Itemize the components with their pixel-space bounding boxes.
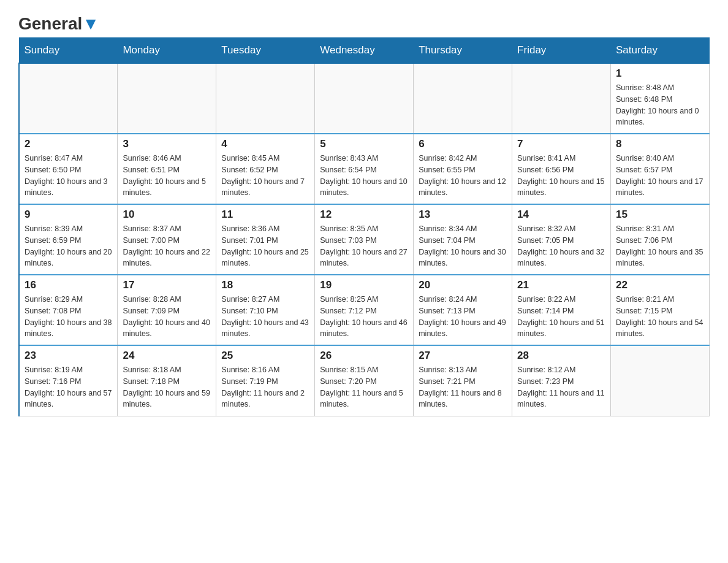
col-header-saturday: Saturday (611, 38, 710, 64)
calendar-cell: 26Sunrise: 8:15 AMSunset: 7:20 PMDayligh… (315, 345, 414, 416)
week-row-3: 9Sunrise: 8:39 AMSunset: 6:59 PMDaylight… (19, 204, 710, 275)
calendar-cell (414, 63, 512, 134)
day-info: Sunrise: 8:48 AMSunset: 6:48 PMDaylight:… (616, 82, 704, 128)
day-number: 17 (123, 279, 211, 291)
page-header: General▼ (18, 12, 710, 31)
day-info: Sunrise: 8:12 AMSunset: 7:23 PMDaylight:… (517, 364, 605, 410)
day-number: 15 (616, 209, 704, 221)
calendar-table: SundayMondayTuesdayWednesdayThursdayFrid… (18, 37, 710, 416)
day-number: 16 (25, 279, 112, 291)
calendar-cell: 16Sunrise: 8:29 AMSunset: 7:08 PMDayligh… (19, 275, 118, 345)
day-info: Sunrise: 8:15 AMSunset: 7:20 PMDaylight:… (320, 364, 408, 410)
calendar-cell: 22Sunrise: 8:21 AMSunset: 7:15 PMDayligh… (611, 275, 710, 345)
day-number: 2 (25, 138, 112, 150)
day-info: Sunrise: 8:42 AMSunset: 6:55 PMDaylight:… (419, 153, 507, 199)
day-info: Sunrise: 8:35 AMSunset: 7:03 PMDaylight:… (320, 223, 408, 269)
calendar-cell: 8Sunrise: 8:40 AMSunset: 6:57 PMDaylight… (611, 134, 710, 204)
day-number: 23 (25, 350, 112, 362)
day-info: Sunrise: 8:37 AMSunset: 7:00 PMDaylight:… (123, 223, 211, 269)
day-info: Sunrise: 8:13 AMSunset: 7:21 PMDaylight:… (419, 364, 507, 410)
calendar-cell: 23Sunrise: 8:19 AMSunset: 7:16 PMDayligh… (19, 345, 118, 416)
calendar-cell: 1Sunrise: 8:48 AMSunset: 6:48 PMDaylight… (611, 63, 710, 134)
day-number: 21 (517, 279, 605, 291)
day-info: Sunrise: 8:29 AMSunset: 7:08 PMDaylight:… (25, 294, 112, 340)
calendar-cell (315, 63, 414, 134)
calendar-cell (611, 345, 710, 416)
calendar-cell: 5Sunrise: 8:43 AMSunset: 6:54 PMDaylight… (315, 134, 414, 204)
day-number: 9 (25, 209, 112, 221)
day-number: 12 (320, 209, 408, 221)
day-info: Sunrise: 8:36 AMSunset: 7:01 PMDaylight:… (221, 223, 309, 269)
day-info: Sunrise: 8:19 AMSunset: 7:16 PMDaylight:… (25, 364, 112, 410)
calendar-cell: 15Sunrise: 8:31 AMSunset: 7:06 PMDayligh… (611, 204, 710, 275)
calendar-cell (19, 63, 118, 134)
day-number: 7 (517, 138, 605, 150)
day-number: 6 (419, 138, 507, 150)
day-number: 4 (221, 138, 309, 150)
week-row-2: 2Sunrise: 8:47 AMSunset: 6:50 PMDaylight… (19, 134, 710, 204)
day-info: Sunrise: 8:40 AMSunset: 6:57 PMDaylight:… (616, 153, 704, 199)
day-number: 27 (419, 350, 507, 362)
day-number: 18 (221, 279, 309, 291)
day-info: Sunrise: 8:18 AMSunset: 7:18 PMDaylight:… (123, 364, 211, 410)
day-info: Sunrise: 8:22 AMSunset: 7:14 PMDaylight:… (517, 294, 605, 340)
day-info: Sunrise: 8:34 AMSunset: 7:04 PMDaylight:… (419, 223, 507, 269)
col-header-friday: Friday (512, 38, 611, 64)
logo: General▼ (18, 12, 99, 31)
day-number: 13 (419, 209, 507, 221)
col-header-tuesday: Tuesday (216, 38, 315, 64)
day-number: 14 (517, 209, 605, 221)
calendar-cell: 6Sunrise: 8:42 AMSunset: 6:55 PMDaylight… (414, 134, 512, 204)
calendar-cell: 10Sunrise: 8:37 AMSunset: 7:00 PMDayligh… (118, 204, 216, 275)
day-number: 20 (419, 279, 507, 291)
col-header-sunday: Sunday (19, 38, 118, 64)
calendar-cell (216, 63, 315, 134)
calendar-cell (118, 63, 216, 134)
day-info: Sunrise: 8:27 AMSunset: 7:10 PMDaylight:… (221, 294, 309, 340)
day-number: 5 (320, 138, 408, 150)
calendar-cell: 28Sunrise: 8:12 AMSunset: 7:23 PMDayligh… (512, 345, 611, 416)
week-row-5: 23Sunrise: 8:19 AMSunset: 7:16 PMDayligh… (19, 345, 710, 416)
week-row-1: 1Sunrise: 8:48 AMSunset: 6:48 PMDaylight… (19, 63, 710, 134)
day-number: 1 (616, 67, 704, 80)
calendar-cell: 7Sunrise: 8:41 AMSunset: 6:56 PMDaylight… (512, 134, 611, 204)
calendar-cell: 13Sunrise: 8:34 AMSunset: 7:04 PMDayligh… (414, 204, 512, 275)
calendar-cell: 12Sunrise: 8:35 AMSunset: 7:03 PMDayligh… (315, 204, 414, 275)
day-number: 10 (123, 209, 211, 221)
day-info: Sunrise: 8:41 AMSunset: 6:56 PMDaylight:… (517, 153, 605, 199)
week-row-4: 16Sunrise: 8:29 AMSunset: 7:08 PMDayligh… (19, 275, 710, 345)
calendar-cell: 27Sunrise: 8:13 AMSunset: 7:21 PMDayligh… (414, 345, 512, 416)
day-number: 26 (320, 350, 408, 362)
calendar-cell: 25Sunrise: 8:16 AMSunset: 7:19 PMDayligh… (216, 345, 315, 416)
calendar-cell: 4Sunrise: 8:45 AMSunset: 6:52 PMDaylight… (216, 134, 315, 204)
calendar-cell: 9Sunrise: 8:39 AMSunset: 6:59 PMDaylight… (19, 204, 118, 275)
day-info: Sunrise: 8:31 AMSunset: 7:06 PMDaylight:… (616, 223, 704, 269)
calendar-cell: 3Sunrise: 8:46 AMSunset: 6:51 PMDaylight… (118, 134, 216, 204)
day-number: 11 (221, 209, 309, 221)
day-info: Sunrise: 8:32 AMSunset: 7:05 PMDaylight:… (517, 223, 605, 269)
calendar-cell: 20Sunrise: 8:24 AMSunset: 7:13 PMDayligh… (414, 275, 512, 345)
calendar-cell: 21Sunrise: 8:22 AMSunset: 7:14 PMDayligh… (512, 275, 611, 345)
day-info: Sunrise: 8:45 AMSunset: 6:52 PMDaylight:… (221, 153, 309, 199)
col-header-monday: Monday (118, 38, 216, 64)
day-info: Sunrise: 8:39 AMSunset: 6:59 PMDaylight:… (25, 223, 112, 269)
logo-triangle-icon: ▼ (82, 14, 99, 33)
calendar-cell: 2Sunrise: 8:47 AMSunset: 6:50 PMDaylight… (19, 134, 118, 204)
calendar-cell: 18Sunrise: 8:27 AMSunset: 7:10 PMDayligh… (216, 275, 315, 345)
day-info: Sunrise: 8:25 AMSunset: 7:12 PMDaylight:… (320, 294, 408, 340)
logo-general-text: General▼ (18, 15, 99, 33)
day-number: 25 (221, 350, 309, 362)
calendar-cell: 24Sunrise: 8:18 AMSunset: 7:18 PMDayligh… (118, 345, 216, 416)
day-info: Sunrise: 8:24 AMSunset: 7:13 PMDaylight:… (419, 294, 507, 340)
calendar-cell (512, 63, 611, 134)
calendar-cell: 19Sunrise: 8:25 AMSunset: 7:12 PMDayligh… (315, 275, 414, 345)
day-number: 24 (123, 350, 211, 362)
col-header-thursday: Thursday (414, 38, 512, 64)
day-number: 28 (517, 350, 605, 362)
calendar-cell: 14Sunrise: 8:32 AMSunset: 7:05 PMDayligh… (512, 204, 611, 275)
day-number: 3 (123, 138, 211, 150)
day-number: 19 (320, 279, 408, 291)
day-info: Sunrise: 8:46 AMSunset: 6:51 PMDaylight:… (123, 153, 211, 199)
day-info: Sunrise: 8:43 AMSunset: 6:54 PMDaylight:… (320, 153, 408, 199)
day-info: Sunrise: 8:47 AMSunset: 6:50 PMDaylight:… (25, 153, 112, 199)
